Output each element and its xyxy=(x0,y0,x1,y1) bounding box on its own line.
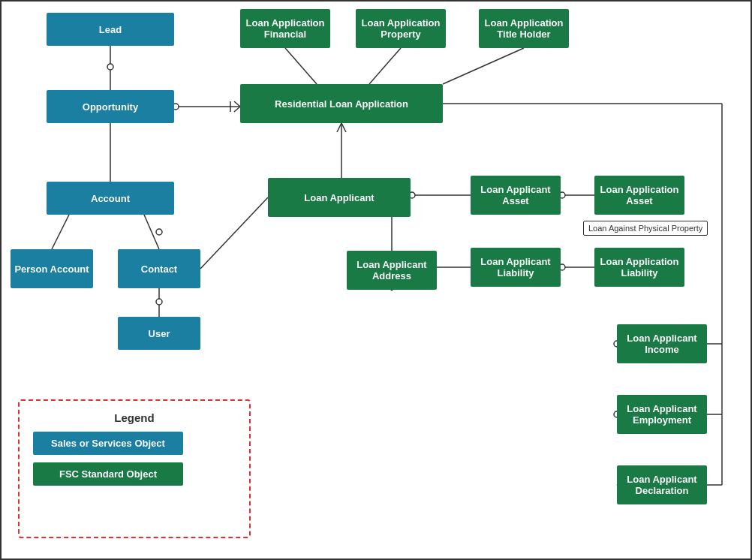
svg-point-1 xyxy=(107,64,113,70)
svg-line-4 xyxy=(234,101,240,107)
svg-line-16 xyxy=(443,48,524,84)
loan-applicant-node: Loan Applicant xyxy=(268,178,411,217)
legend-sales-services: Sales or Services Object xyxy=(33,432,183,455)
loan-application-title-holder-node: Loan Application Title Holder xyxy=(479,9,569,48)
loan-applicant-address-node: Loan Applicant Address xyxy=(347,251,437,290)
loan-application-asset-node: Loan Application Asset xyxy=(594,176,684,215)
svg-line-11 xyxy=(200,197,268,269)
svg-point-10 xyxy=(156,229,162,235)
person-account-node: Person Account xyxy=(11,249,93,288)
loan-application-liability-node: Loan Application Liability xyxy=(594,248,684,287)
diagram-container: Lead Opportunity Account Person Account … xyxy=(0,0,752,560)
loan-applicant-employment-node: Loan Applicant Employment xyxy=(617,395,707,434)
legend-fsc-standard: FSC Standard Object xyxy=(33,462,183,486)
svg-line-9 xyxy=(144,215,159,249)
svg-point-13 xyxy=(156,299,162,305)
legend-title: Legend xyxy=(33,411,236,424)
lead-node: Lead xyxy=(47,13,174,46)
loan-applicant-asset-node: Loan Applicant Asset xyxy=(471,176,561,215)
account-node: Account xyxy=(47,182,174,215)
svg-line-5 xyxy=(234,107,240,112)
svg-line-8 xyxy=(52,215,69,249)
svg-line-14 xyxy=(285,48,317,84)
loan-applicant-liability-node: Loan Applicant Liability xyxy=(471,248,561,287)
loan-against-physical-property-tooltip: Loan Against Physical Property xyxy=(583,221,708,236)
user-node: User xyxy=(118,317,200,350)
opportunity-node: Opportunity xyxy=(47,90,174,123)
residential-loan-application-node: Residential Loan Application xyxy=(240,84,443,123)
contact-node: Contact xyxy=(118,249,200,288)
svg-line-15 xyxy=(369,48,401,84)
loan-applicant-declaration-node: Loan Applicant Declaration xyxy=(617,465,707,504)
legend-box: Legend Sales or Services Object FSC Stan… xyxy=(18,399,251,538)
loan-application-financial-node: Loan Application Financial xyxy=(240,9,330,48)
loan-application-property-node: Loan Application Property xyxy=(356,9,446,48)
loan-applicant-income-node: Loan Applicant Income xyxy=(617,324,707,363)
